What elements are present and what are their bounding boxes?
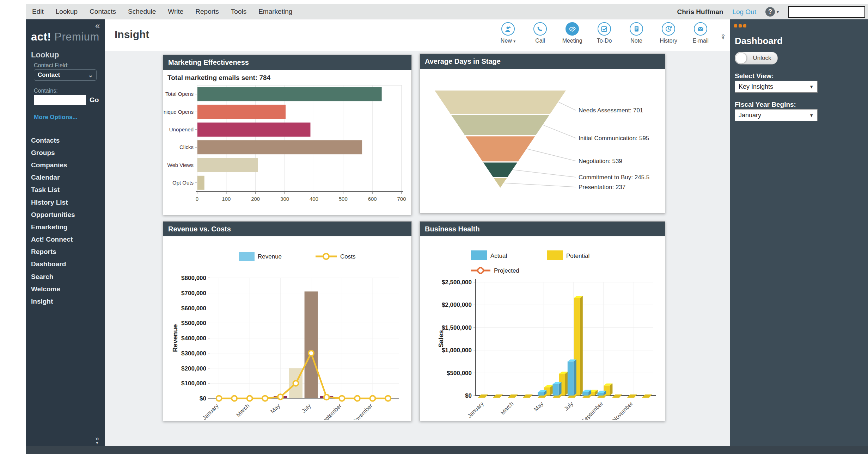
panel-marketing-effectiveness: Marketing Effectiveness Total marketing …: [163, 55, 412, 215]
sidebar-nav: Contacts Groups Companies Calendar Task …: [26, 134, 105, 308]
sidebar-expand-control[interactable]: » ▼: [95, 436, 99, 444]
svg-text:Needs Assessment: 701: Needs Assessment: 701: [579, 107, 643, 114]
menu-item-schedule[interactable]: Schedule: [128, 8, 156, 15]
call-button[interactable]: Call: [529, 22, 551, 44]
svg-text:200: 200: [251, 196, 260, 202]
svg-text:$500,000: $500,000: [447, 370, 472, 377]
menu-item-reports[interactable]: Reports: [195, 8, 219, 15]
svg-text:Potential: Potential: [566, 253, 589, 259]
sidebar-item-history-list[interactable]: History List: [26, 196, 105, 209]
contains-label: Contains:: [34, 88, 58, 94]
history-button[interactable]: History: [657, 22, 680, 44]
toolbar-overflow-button[interactable]: » ▼: [721, 33, 725, 40]
main-header: Insight New ▾ Ca: [105, 19, 730, 51]
todo-button[interactable]: To-Do: [593, 22, 616, 44]
contact-field-label: Contact Field:: [34, 62, 69, 69]
svg-text:Total Opens: Total Opens: [165, 91, 194, 97]
contact-field-value: Contact: [38, 71, 60, 79]
svg-text:Unique Opens: Unique Opens: [163, 109, 194, 115]
sidebar-item-opportunities[interactable]: Opportunities: [26, 209, 105, 221]
panel-title-health: Business Health: [420, 222, 665, 236]
menu-item-edit[interactable]: Edit: [32, 8, 44, 15]
go-button[interactable]: Go: [90, 96, 99, 104]
chevron-down-icon: ▼: [809, 84, 814, 89]
svg-text:100: 100: [222, 196, 231, 202]
unlock-toggle[interactable]: Unlock: [735, 52, 778, 64]
meeting-button[interactable]: Meeting: [561, 22, 583, 44]
search-box[interactable]: [788, 6, 865, 18]
brand-light: Premium: [54, 31, 99, 43]
sidebar-item-dashboard[interactable]: Dashboard: [26, 258, 105, 270]
svg-text:November: November: [351, 403, 374, 420]
sidebar-item-emarketing[interactable]: Emarketing: [26, 221, 105, 233]
select-view-dropdown[interactable]: Key Insights ▼: [735, 81, 818, 93]
business-health-chart: ActualPotentialProjected$0$500,000$1,000…: [420, 236, 665, 420]
panel-title-funnel: Average Days in Stage: [420, 54, 665, 69]
menu-item-lookup[interactable]: Lookup: [56, 8, 78, 15]
svg-text:July: July: [563, 400, 574, 412]
fiscal-year-value: January: [739, 112, 761, 119]
svg-text:Revenue: Revenue: [171, 324, 179, 352]
email-button[interactable]: E-mail: [689, 22, 712, 44]
svg-text:Clicks: Clicks: [179, 144, 194, 150]
svg-text:500: 500: [339, 196, 348, 202]
help-caret-icon: ▾: [777, 10, 779, 14]
marketing-effectiveness-chart: 0100200300400500600700Total OpensUnique …: [163, 82, 411, 211]
panel-drag-handle-icon[interactable]: [734, 24, 746, 27]
menu-item-tools[interactable]: Tools: [231, 8, 246, 15]
menu-item-emarketing[interactable]: Emarketing: [258, 8, 292, 15]
fiscal-year-label: Fiscal Year Begins:: [735, 101, 796, 108]
sidebar-divider: [31, 128, 100, 128]
svg-text:$2,000,000: $2,000,000: [442, 301, 472, 308]
note-button[interactable]: Note: [625, 22, 648, 44]
sidebar-item-companies[interactable]: Companies: [26, 159, 105, 171]
sidebar-item-contacts[interactable]: Contacts: [26, 134, 105, 147]
sidebar-item-insight[interactable]: Insight: [26, 295, 105, 307]
sidebar-item-search[interactable]: Search: [26, 270, 105, 283]
menu-item-contacts[interactable]: Contacts: [90, 8, 116, 15]
menu-item-write[interactable]: Write: [168, 8, 183, 15]
sidebar-item-reports[interactable]: Reports: [26, 246, 105, 258]
menu-bar: Edit Lookup Contacts Schedule Write Repo…: [26, 4, 868, 19]
new-contact-icon: [501, 22, 515, 36]
svg-text:Presentation: 237: Presentation: 237: [579, 184, 625, 191]
contains-input[interactable]: [34, 95, 86, 105]
logout-link[interactable]: Log Out: [732, 8, 756, 16]
fiscal-year-dropdown[interactable]: January ▼: [735, 109, 818, 121]
sidebar-item-calendar[interactable]: Calendar: [26, 172, 105, 184]
bottom-status-bar: [26, 446, 868, 454]
svg-text:March: March: [499, 400, 514, 416]
sidebar-item-act-connect[interactable]: Act! Connect: [26, 234, 105, 246]
svg-text:600: 600: [368, 196, 377, 202]
new-button[interactable]: New ▾: [497, 22, 519, 44]
svg-text:$0: $0: [200, 395, 206, 402]
contact-field-select[interactable]: Contact ⌄: [34, 69, 97, 81]
meeting-label: Meeting: [562, 38, 582, 44]
toolbar: New ▾ Call Meeting: [497, 22, 725, 44]
sidebar-collapse-icon[interactable]: «: [95, 21, 100, 30]
svg-text:September: September: [319, 403, 343, 420]
dashboard-content: Marketing Effectiveness Total marketing …: [105, 51, 730, 446]
email-envelope-icon: [694, 22, 707, 36]
average-days-in-stage-chart: Needs Assessment: 701Initial Communicati…: [420, 69, 665, 212]
dashboard-side-panel: Dashboard Unlock Select View: Key Insigh…: [730, 19, 868, 446]
overflow-caret-icon: ▼: [721, 37, 725, 39]
marketing-subtitle: Total marketing emails sent: 784: [163, 70, 411, 82]
svg-text:$300,000: $300,000: [181, 350, 206, 357]
panel-title-revenue: Revenue vs. Costs: [163, 222, 411, 236]
search-input[interactable]: [789, 7, 868, 17]
help-menu[interactable]: ? ▾: [765, 7, 779, 17]
history-label: History: [660, 38, 677, 44]
sidebar-item-task-list[interactable]: Task List: [26, 184, 105, 196]
svg-text:$500,000: $500,000: [181, 320, 206, 326]
email-label: E-mail: [692, 38, 708, 44]
more-options-link[interactable]: More Options...: [34, 114, 78, 121]
toggle-knob-icon: [735, 52, 747, 64]
svg-text:Sales: Sales: [437, 330, 445, 348]
svg-text:$800,000: $800,000: [181, 275, 206, 281]
svg-text:$1,500,000: $1,500,000: [442, 324, 472, 331]
svg-text:Initial Communication: 595: Initial Communication: 595: [579, 135, 649, 142]
sidebar-item-groups[interactable]: Groups: [26, 147, 105, 159]
help-icon[interactable]: ?: [765, 7, 775, 17]
sidebar-item-welcome[interactable]: Welcome: [26, 283, 105, 295]
